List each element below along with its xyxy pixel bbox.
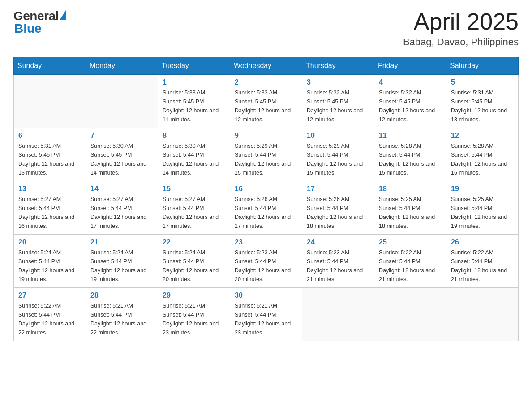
day-info: Sunrise: 5:28 AMSunset: 5:44 PMDaylight:… [379, 141, 442, 177]
calendar-cell [14, 75, 86, 128]
calendar-cell: 1Sunrise: 5:33 AMSunset: 5:45 PMDaylight… [158, 75, 230, 128]
day-info: Sunrise: 5:23 AMSunset: 5:44 PMDaylight:… [307, 248, 369, 284]
day-number: 27 [18, 291, 81, 300]
column-header-thursday: Thursday [302, 57, 374, 75]
day-number: 10 [307, 132, 369, 140]
calendar-cell: 3Sunrise: 5:32 AMSunset: 5:45 PMDaylight… [302, 75, 374, 128]
calendar-cell: 13Sunrise: 5:27 AMSunset: 5:44 PMDayligh… [14, 181, 86, 235]
calendar-cell: 5Sunrise: 5:31 AMSunset: 5:45 PMDaylight… [446, 75, 519, 128]
day-number: 28 [90, 291, 153, 300]
day-number: 13 [18, 185, 81, 193]
day-info: Sunrise: 5:25 AMSunset: 5:44 PMDaylight:… [451, 195, 514, 231]
calendar-cell: 28Sunrise: 5:21 AMSunset: 5:44 PMDayligh… [86, 288, 158, 341]
day-info: Sunrise: 5:30 AMSunset: 5:45 PMDaylight:… [90, 141, 153, 177]
day-number: 16 [235, 185, 297, 193]
day-number: 1 [163, 78, 225, 86]
day-number: 21 [90, 238, 153, 246]
calendar-cell [446, 288, 519, 341]
day-number: 30 [235, 291, 297, 300]
calendar-cell: 25Sunrise: 5:22 AMSunset: 5:44 PMDayligh… [374, 235, 446, 288]
calendar-week-row: 13Sunrise: 5:27 AMSunset: 5:44 PMDayligh… [14, 181, 519, 235]
day-info: Sunrise: 5:29 AMSunset: 5:44 PMDaylight:… [307, 141, 369, 177]
day-number: 4 [379, 78, 442, 86]
column-header-sunday: Sunday [14, 57, 86, 75]
calendar-cell: 6Sunrise: 5:31 AMSunset: 5:45 PMDaylight… [14, 128, 86, 181]
calendar-cell: 27Sunrise: 5:22 AMSunset: 5:44 PMDayligh… [14, 288, 86, 341]
day-number: 11 [379, 132, 442, 140]
calendar-week-row: 27Sunrise: 5:22 AMSunset: 5:44 PMDayligh… [14, 288, 519, 341]
day-number: 6 [18, 132, 81, 140]
calendar-cell: 15Sunrise: 5:27 AMSunset: 5:44 PMDayligh… [158, 181, 230, 235]
day-number: 9 [235, 132, 297, 140]
column-header-saturday: Saturday [446, 57, 519, 75]
day-number: 3 [307, 78, 369, 86]
calendar-cell: 8Sunrise: 5:30 AMSunset: 5:44 PMDaylight… [158, 128, 230, 181]
day-info: Sunrise: 5:27 AMSunset: 5:44 PMDaylight:… [163, 195, 225, 231]
calendar-cell: 17Sunrise: 5:26 AMSunset: 5:44 PMDayligh… [302, 181, 374, 235]
month-year-title: April 2025 [403, 9, 519, 34]
calendar-cell: 4Sunrise: 5:32 AMSunset: 5:45 PMDaylight… [374, 75, 446, 128]
calendar-cell: 20Sunrise: 5:24 AMSunset: 5:44 PMDayligh… [14, 235, 86, 288]
day-info: Sunrise: 5:21 AMSunset: 5:44 PMDaylight:… [163, 301, 225, 337]
day-number: 7 [90, 132, 153, 140]
day-info: Sunrise: 5:21 AMSunset: 5:44 PMDaylight:… [235, 301, 297, 337]
day-info: Sunrise: 5:28 AMSunset: 5:44 PMDaylight:… [451, 141, 514, 177]
day-info: Sunrise: 5:24 AMSunset: 5:44 PMDaylight:… [163, 248, 225, 284]
calendar-cell: 2Sunrise: 5:33 AMSunset: 5:45 PMDaylight… [230, 75, 302, 128]
day-number: 24 [307, 238, 369, 246]
day-number: 19 [451, 185, 514, 193]
title-area: April 2025 Babag, Davao, Philippines [403, 9, 519, 48]
logo-blue-text: Blue [13, 21, 42, 36]
day-info: Sunrise: 5:25 AMSunset: 5:44 PMDaylight:… [379, 195, 442, 231]
day-info: Sunrise: 5:33 AMSunset: 5:45 PMDaylight:… [235, 88, 297, 124]
day-info: Sunrise: 5:27 AMSunset: 5:44 PMDaylight:… [18, 195, 81, 231]
calendar-cell: 23Sunrise: 5:23 AMSunset: 5:44 PMDayligh… [230, 235, 302, 288]
calendar-cell: 10Sunrise: 5:29 AMSunset: 5:44 PMDayligh… [302, 128, 374, 181]
day-number: 12 [451, 132, 514, 140]
day-number: 20 [18, 238, 81, 246]
calendar-cell [86, 75, 158, 128]
day-number: 8 [163, 132, 225, 140]
day-info: Sunrise: 5:32 AMSunset: 5:45 PMDaylight:… [379, 88, 442, 124]
calendar-cell: 14Sunrise: 5:27 AMSunset: 5:44 PMDayligh… [86, 181, 158, 235]
calendar-cell: 7Sunrise: 5:30 AMSunset: 5:45 PMDaylight… [86, 128, 158, 181]
day-info: Sunrise: 5:33 AMSunset: 5:45 PMDaylight:… [163, 88, 225, 124]
logo: General Blue [13, 9, 66, 36]
day-info: Sunrise: 5:24 AMSunset: 5:44 PMDaylight:… [90, 248, 153, 284]
day-number: 25 [379, 238, 442, 246]
day-info: Sunrise: 5:31 AMSunset: 5:45 PMDaylight:… [18, 141, 81, 177]
day-number: 5 [451, 78, 514, 86]
column-header-friday: Friday [374, 57, 446, 75]
column-header-tuesday: Tuesday [158, 57, 230, 75]
column-header-wednesday: Wednesday [230, 57, 302, 75]
logo-triangle-icon [60, 10, 66, 20]
calendar-cell: 29Sunrise: 5:21 AMSunset: 5:44 PMDayligh… [158, 288, 230, 341]
calendar-cell [374, 288, 446, 341]
day-info: Sunrise: 5:30 AMSunset: 5:44 PMDaylight:… [163, 141, 225, 177]
day-info: Sunrise: 5:22 AMSunset: 5:44 PMDaylight:… [451, 248, 514, 284]
calendar-cell [302, 288, 374, 341]
day-info: Sunrise: 5:32 AMSunset: 5:45 PMDaylight:… [307, 88, 369, 124]
day-number: 29 [163, 291, 225, 300]
calendar-cell: 12Sunrise: 5:28 AMSunset: 5:44 PMDayligh… [446, 128, 519, 181]
calendar-cell: 11Sunrise: 5:28 AMSunset: 5:44 PMDayligh… [374, 128, 446, 181]
calendar-week-row: 6Sunrise: 5:31 AMSunset: 5:45 PMDaylight… [14, 128, 519, 181]
day-info: Sunrise: 5:21 AMSunset: 5:44 PMDaylight:… [90, 301, 153, 337]
calendar-cell: 30Sunrise: 5:21 AMSunset: 5:44 PMDayligh… [230, 288, 302, 341]
calendar-cell: 26Sunrise: 5:22 AMSunset: 5:44 PMDayligh… [446, 235, 519, 288]
day-info: Sunrise: 5:27 AMSunset: 5:44 PMDaylight:… [90, 195, 153, 231]
location-subtitle: Babag, Davao, Philippines [403, 36, 519, 48]
page-header: General Blue April 2025 Babag, Davao, Ph… [13, 9, 519, 48]
day-info: Sunrise: 5:26 AMSunset: 5:44 PMDaylight:… [307, 195, 369, 231]
calendar-cell: 19Sunrise: 5:25 AMSunset: 5:44 PMDayligh… [446, 181, 519, 235]
calendar-week-row: 20Sunrise: 5:24 AMSunset: 5:44 PMDayligh… [14, 235, 519, 288]
day-info: Sunrise: 5:24 AMSunset: 5:44 PMDaylight:… [18, 248, 81, 284]
day-number: 17 [307, 185, 369, 193]
calendar-cell: 21Sunrise: 5:24 AMSunset: 5:44 PMDayligh… [86, 235, 158, 288]
day-number: 14 [90, 185, 153, 193]
day-info: Sunrise: 5:31 AMSunset: 5:45 PMDaylight:… [451, 88, 514, 124]
day-number: 2 [235, 78, 297, 86]
day-number: 18 [379, 185, 442, 193]
day-info: Sunrise: 5:29 AMSunset: 5:44 PMDaylight:… [235, 141, 297, 177]
column-header-monday: Monday [86, 57, 158, 75]
